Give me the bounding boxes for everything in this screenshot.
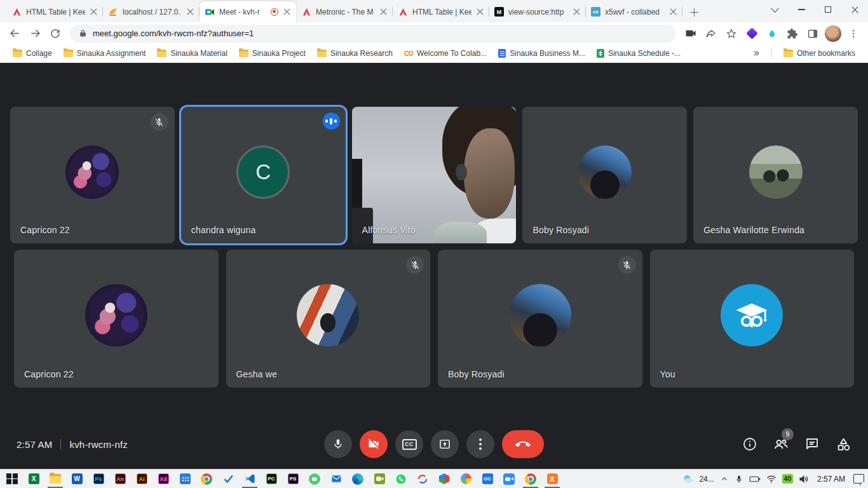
close-icon[interactable] — [379, 8, 388, 16]
more-options-button[interactable] — [466, 430, 494, 458]
taskbar-edge-icon[interactable] — [347, 470, 369, 488]
hang-up-button[interactable] — [502, 430, 544, 458]
close-window-button[interactable] — [841, 0, 868, 19]
taskbar-phpstorm-icon[interactable]: PS — [282, 470, 304, 488]
bookmark-folder-assignment[interactable]: Sinauka Assignment — [58, 47, 151, 60]
taskbar-animate-icon[interactable]: An — [109, 470, 131, 488]
taskbar-whatsapp-icon[interactable] — [390, 470, 412, 488]
bookmark-folder-material[interactable]: Sinauka Material — [152, 47, 232, 60]
participant-tile[interactable]: Gesha Warilotte Erwinda — [693, 107, 858, 243]
participant-tile-video[interactable]: Alfonsus Vito — [352, 107, 517, 243]
bookmark-schedule[interactable]: Sinauka Schedule -... — [592, 47, 686, 60]
taskbar-start-button[interactable] — [1, 470, 23, 488]
profile-avatar[interactable] — [825, 25, 841, 42]
mic-button[interactable] — [324, 430, 352, 458]
taskbar-pycharm-icon[interactable]: PC — [261, 470, 282, 488]
browser-tab[interactable]: localhost / 127.0. — [103, 1, 200, 22]
taskbar-mail-icon[interactable] — [325, 470, 347, 488]
participant-tile[interactable]: Capricon 22 — [14, 250, 219, 388]
reload-button[interactable] — [46, 24, 65, 43]
minimize-button[interactable] — [788, 0, 815, 19]
close-icon[interactable] — [669, 8, 677, 16]
folder-icon — [64, 50, 73, 57]
taskbar-excel-icon[interactable]: X — [23, 470, 44, 488]
taskbar-red-swirl-app-icon[interactable] — [412, 470, 433, 488]
tab-search-button[interactable] — [761, 0, 788, 19]
taskbar-pinwheel-app-icon[interactable] — [455, 470, 477, 488]
participant-tile[interactable]: Boby Rosyadi — [438, 250, 642, 388]
close-icon[interactable] — [476, 8, 484, 16]
taskbar-illustrator-icon[interactable]: Ai — [131, 470, 153, 488]
taskbar-hexagon-app-icon[interactable] — [433, 470, 455, 488]
weather-temp[interactable]: 24... — [699, 475, 714, 484]
wifi-icon[interactable] — [766, 475, 776, 484]
present-button[interactable] — [431, 430, 459, 458]
share-icon[interactable] — [702, 24, 721, 43]
taskbar-zoom-icon[interactable] — [498, 470, 520, 488]
menu-kebab-icon[interactable] — [844, 24, 863, 43]
battery-icon[interactable] — [749, 475, 761, 484]
url-text[interactable]: meet.google.com/kvh-rwcm-nfz?authuser=1 — [93, 29, 254, 38]
other-bookmarks-button[interactable]: Other bookmarks — [778, 47, 860, 60]
star-icon[interactable] — [722, 24, 741, 43]
tray-clock[interactable]: 2:57 AM — [815, 475, 848, 484]
taskbar-word-icon[interactable]: W — [66, 470, 88, 488]
participant-tile-speaking[interactable]: C chandra wiguna — [181, 107, 346, 243]
taskbar-oc-app-icon[interactable]: OC — [477, 470, 498, 488]
water-drop-extension-icon[interactable] — [763, 24, 782, 43]
browser-tab[interactable]: HTML Table | Kee — [6, 1, 103, 22]
bookmark-folder-research[interactable]: Sinauka Research — [312, 47, 398, 60]
chat-button[interactable] — [804, 436, 820, 452]
side-panel-icon[interactable] — [803, 24, 822, 43]
info-button[interactable] — [742, 436, 758, 452]
bookmark-welcome-colab[interactable]: COWelcome To Colab... — [399, 47, 492, 60]
browser-tab[interactable]: ce x5wvf - collabed — [586, 1, 682, 22]
tray-mic-icon[interactable] — [735, 475, 743, 484]
bookmark-business[interactable]: Sinauka Business M... — [493, 47, 590, 60]
browser-tab-active[interactable]: Meet - kvh-r — [200, 1, 296, 22]
taskbar-photoshop-icon[interactable]: Ps — [88, 470, 109, 488]
bookmarks-overflow-button[interactable] — [747, 48, 765, 59]
forward-button[interactable] — [25, 24, 44, 43]
taskbar-xd-icon[interactable]: Xd — [153, 470, 174, 488]
close-icon[interactable] — [283, 8, 291, 16]
participant-tile-you[interactable]: You — [650, 250, 855, 388]
chevron-up-icon[interactable] — [720, 475, 729, 484]
captions-button[interactable]: CC — [395, 430, 423, 458]
camera-indicator-icon[interactable] — [681, 24, 700, 43]
close-icon[interactable] — [90, 8, 98, 16]
taskbar-chrome-icon[interactable] — [196, 470, 217, 488]
participant-tile[interactable]: Boby Rosyadi — [522, 107, 687, 243]
browser-tab[interactable]: Metronic - The M — [296, 1, 393, 22]
taskbar-chrome-active-icon[interactable] — [520, 470, 541, 488]
restore-button[interactable] — [815, 0, 841, 19]
extensions-puzzle-icon[interactable] — [783, 24, 802, 43]
diamond-icon — [746, 27, 757, 39]
taskbar-green-assistant-icon[interactable] — [304, 470, 325, 488]
back-button[interactable] — [5, 24, 24, 43]
close-icon[interactable] — [186, 8, 194, 16]
bookmark-folder-project[interactable]: Sinauka Project — [234, 47, 311, 60]
participant-tile[interactable]: Gesha we — [226, 250, 431, 388]
new-tab-button[interactable] — [685, 3, 703, 21]
participant-tile[interactable]: Capricon 22 — [10, 107, 175, 243]
taskbar-file-explorer-icon[interactable] — [44, 470, 66, 488]
address-bar[interactable]: meet.google.com/kvh-rwcm-nfz?authuser=1 — [70, 25, 676, 43]
taskbar-camera-recorder-icon[interactable] — [369, 470, 390, 488]
taskbar-check-app-icon[interactable] — [217, 470, 239, 488]
close-icon[interactable] — [573, 8, 581, 16]
taskbar-calendar-icon[interactable] — [174, 470, 196, 488]
speaker-icon[interactable] — [799, 475, 809, 484]
camera-off-button[interactable] — [360, 430, 388, 458]
action-center-icon[interactable] — [853, 474, 864, 484]
purple-diamond-extension-icon[interactable] — [742, 24, 761, 43]
taskbar-vscode-icon[interactable] — [239, 470, 261, 488]
activities-button[interactable] — [835, 436, 851, 452]
bookmark-folder-collage[interactable]: Collage — [8, 47, 57, 60]
battery-percent-badge[interactable]: 40 — [782, 474, 793, 484]
browser-tab[interactable]: HTML Table | Kee — [393, 1, 489, 22]
taskbar-xampp-icon[interactable]: X — [541, 470, 563, 488]
plus-icon — [690, 8, 698, 17]
browser-tab[interactable]: M view-source:http — [489, 1, 586, 22]
people-button[interactable]: 9 — [773, 436, 789, 452]
